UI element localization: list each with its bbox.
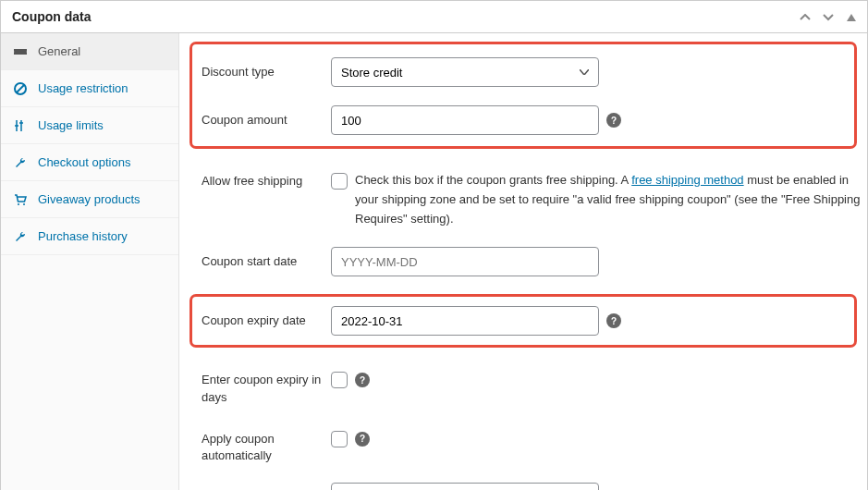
sidebar-item-label: Usage restriction <box>38 81 128 95</box>
row-discount-type: Discount type Store credit <box>202 57 845 87</box>
sidebar-item-purchase-history[interactable]: Purchase history <box>1 218 178 255</box>
sidebar: General Usage restriction Usage limits C… <box>1 33 179 490</box>
panel-title: Coupon data <box>12 9 92 24</box>
row-coupon-start-date: Coupon start date <box>202 247 845 276</box>
cart-icon <box>14 193 29 206</box>
coupon-data-panel: Coupon data General <box>0 0 868 490</box>
coupon-start-date-input[interactable] <box>331 247 599 276</box>
svg-point-6 <box>18 203 19 205</box>
row-allow-free-shipping: Allow free shipping Check this box if th… <box>202 166 845 228</box>
row-coupon-amount: Coupon amount ? <box>202 105 845 135</box>
label-discount-type: Discount type <box>202 57 331 80</box>
svg-line-1 <box>17 85 24 92</box>
highlight-expiry-date: Coupon expiry date ? <box>190 295 856 347</box>
sidebar-item-label: Giveaway products <box>38 192 141 206</box>
sidebar-item-usage-restriction[interactable]: Usage restriction <box>1 70 178 107</box>
row-available-in: Make coupon available in Please select ? <box>202 483 845 490</box>
panel-header: Coupon data <box>1 1 867 33</box>
wrench-icon <box>14 230 29 243</box>
wrench-icon <box>14 156 29 169</box>
label-coupon-amount: Coupon amount <box>202 105 331 129</box>
expiry-in-days-checkbox[interactable] <box>331 372 348 388</box>
help-icon[interactable]: ? <box>355 432 370 447</box>
sidebar-item-label: Usage limits <box>38 118 104 132</box>
label-coupon-start-date: Coupon start date <box>202 247 331 270</box>
label-expiry-in-days: Enter coupon expiry in days <box>202 365 331 405</box>
help-icon[interactable]: ? <box>355 373 370 387</box>
ban-icon <box>14 82 29 95</box>
collapse-caret-icon[interactable] <box>847 9 856 24</box>
sidebar-item-general[interactable]: General <box>1 33 178 70</box>
chevron-down-icon[interactable] <box>823 9 834 24</box>
sidebar-item-checkout-options[interactable]: Checkout options <box>1 144 178 181</box>
row-apply-auto: Apply coupon automatically ? <box>202 424 845 464</box>
free-shipping-method-link[interactable]: free shipping method <box>631 173 743 187</box>
coupon-amount-input[interactable] <box>331 105 599 135</box>
sidebar-item-usage-limits[interactable]: Usage limits <box>1 107 178 144</box>
label-available-in: Make coupon available in <box>202 483 331 490</box>
help-icon[interactable]: ? <box>606 313 621 328</box>
row-expiry-in-days: Enter coupon expiry in days ? <box>202 365 845 405</box>
label-coupon-expiry-date: Coupon expiry date <box>202 306 331 329</box>
main-form: Discount type Store credit Coupon amount… <box>179 33 867 490</box>
allow-free-shipping-desc: Check this box if the coupon grants free… <box>355 166 863 228</box>
sidebar-item-label: Purchase history <box>38 229 128 243</box>
sliders-icon <box>14 119 29 132</box>
panel-body: General Usage restriction Usage limits C… <box>1 33 867 490</box>
chevron-up-icon[interactable] <box>800 9 811 24</box>
sidebar-item-giveaway-products[interactable]: Giveaway products <box>1 181 178 218</box>
discount-type-select[interactable]: Store credit <box>331 57 599 87</box>
sidebar-item-label: General <box>38 44 80 58</box>
help-icon[interactable]: ? <box>606 113 621 128</box>
allow-free-shipping-checkbox[interactable] <box>331 173 348 190</box>
svg-point-7 <box>23 203 25 205</box>
label-apply-auto: Apply coupon automatically <box>202 424 331 464</box>
label-allow-free-shipping: Allow free shipping <box>202 166 331 190</box>
apply-auto-checkbox[interactable] <box>331 431 348 447</box>
row-coupon-expiry-date: Coupon expiry date ? <box>202 306 845 336</box>
available-in-select[interactable]: Please select <box>331 483 599 490</box>
sidebar-item-label: Checkout options <box>38 155 130 169</box>
ticket-icon <box>14 45 29 58</box>
coupon-expiry-date-input[interactable] <box>331 306 599 336</box>
highlight-discount-amount: Discount type Store credit Coupon amount… <box>190 43 856 148</box>
panel-toggle-controls <box>790 9 856 24</box>
